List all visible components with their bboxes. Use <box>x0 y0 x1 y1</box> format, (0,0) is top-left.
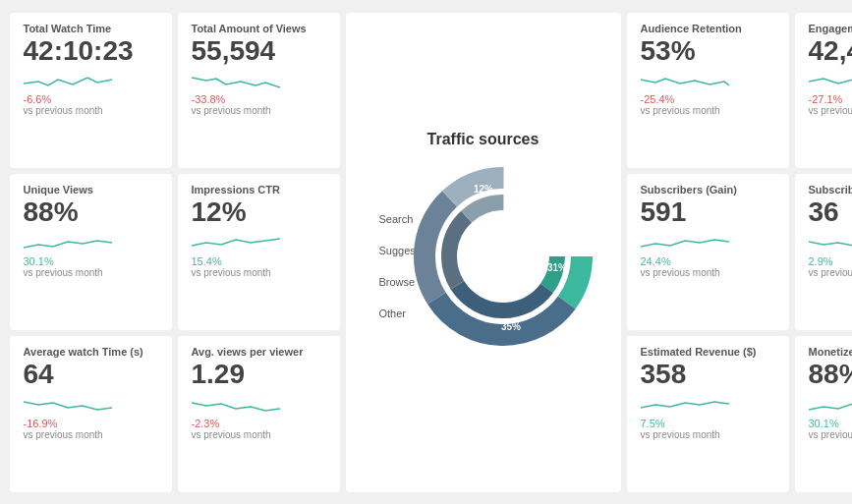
card-subscribers-lost: Subscribers (Lost) 36 2.9% vs previous m… <box>795 174 853 330</box>
card-impressions-ctr: Impressions CTR 12% 15.4% vs previous mo… <box>178 174 340 330</box>
card-value-avg-views: 1.29 <box>192 360 326 390</box>
card-title-views: Total Amount of Views <box>192 23 326 34</box>
card-monetized-playbacks: Monetized playbacks (%) 88% 30.1% vs pre… <box>795 336 853 492</box>
vs-label-views: vs previous month <box>192 105 326 116</box>
card-value-ctr: 12% <box>192 197 326 228</box>
card-title-watch-time: Total Watch Time <box>24 23 158 34</box>
sparkline-unique <box>24 232 112 253</box>
sparkline-views <box>192 70 280 91</box>
vs-label-revenue: vs previous month <box>641 429 775 440</box>
card-title-engagement: Engagement <box>809 23 853 34</box>
card-avg-views-per-viewer: Avg. views per viewer 1.29 -2.3% vs prev… <box>178 336 340 492</box>
svg-text:22%: 22% <box>540 213 559 224</box>
change-sub-lost: 2.9% <box>809 255 853 267</box>
card-estimated-revenue: Estimated Revenue ($) 358 7.5% vs previo… <box>627 336 789 492</box>
sparkline-avg-views <box>192 394 280 416</box>
change-retention: -25.4% <box>641 93 775 105</box>
vs-label-ctr: vs previous month <box>192 267 326 278</box>
card-value-avg-watch: 64 <box>24 360 158 390</box>
vs-label-playbacks: vs previous month <box>809 429 853 440</box>
card-title-avg-watch: Average watch Time (s) <box>24 346 158 358</box>
card-value-views: 55,594 <box>192 36 326 67</box>
svg-text:35%: 35% <box>500 321 520 332</box>
card-unique-views: Unique Views 88% 30.1% vs previous month <box>10 174 172 330</box>
change-engagement: -27.1% <box>809 93 853 105</box>
card-total-views: Total Amount of Views 55,594 -33.8% vs p… <box>178 13 340 169</box>
change-sub-gain: 24.4% <box>641 255 775 267</box>
change-views: -33.8% <box>192 93 326 105</box>
sparkline-playbacks <box>809 394 853 416</box>
change-unique: 30.1% <box>24 255 158 267</box>
donut-chart: 35% 31% 22% 12% <box>405 158 601 355</box>
change-watch-time: -6.6% <box>24 93 158 105</box>
card-total-watch-time: Total Watch Time 42:10:23 -6.6% vs previ… <box>10 13 172 169</box>
card-audience-retention: Audience Retention 53% -25.4% vs previou… <box>627 13 789 169</box>
svg-text:31%: 31% <box>546 262 566 273</box>
sparkline-ctr <box>192 232 280 253</box>
vs-label-unique: vs previous month <box>24 267 158 278</box>
card-value-revenue: 358 <box>641 360 775 390</box>
sparkline-retention <box>641 70 729 91</box>
card-title-avg-views: Avg. views per viewer <box>192 346 326 358</box>
vs-label-watch-time: vs previous month <box>24 105 158 116</box>
vs-label-engagement: vs previous month <box>809 105 853 116</box>
sparkline-revenue <box>641 394 729 416</box>
sparkline-sub-gain <box>641 232 729 253</box>
card-value-engagement: 42,419 <box>809 36 853 67</box>
change-ctr: 15.4% <box>192 255 326 267</box>
card-value-sub-gain: 591 <box>641 197 775 228</box>
dashboard: Total Watch Time 42:10:23 -6.6% vs previ… <box>4 7 849 498</box>
vs-label-avg-watch: vs previous month <box>24 429 158 440</box>
card-title-sub-gain: Subscribers (Gain) <box>641 184 775 196</box>
card-title-unique: Unique Views <box>24 184 158 196</box>
card-value-sub-lost: 36 <box>809 197 853 228</box>
vs-label-retention: vs previous month <box>641 105 775 116</box>
change-avg-views: -2.3% <box>192 418 326 429</box>
change-avg-watch: -16.9% <box>24 418 158 429</box>
traffic-sources-card: Traffic sources Search Suggested Browse … <box>346 13 621 492</box>
vs-label-avg-views: vs previous month <box>192 429 326 440</box>
sparkline-watch-time <box>24 70 112 91</box>
svg-point-8 <box>468 221 539 292</box>
card-subscribers-gain: Subscribers (Gain) 591 24.4% vs previous… <box>627 174 789 330</box>
card-engagement: Engagement 42,419 -27.1% vs previous mon… <box>795 13 853 169</box>
change-revenue: 7.5% <box>641 418 775 429</box>
card-value-playbacks: 88% <box>809 360 853 390</box>
sparkline-engagement <box>809 70 853 91</box>
change-playbacks: 30.1% <box>809 418 853 429</box>
sparkline-sub-lost <box>809 232 853 253</box>
svg-text:12%: 12% <box>473 184 492 195</box>
card-value-watch-time: 42:10:23 <box>24 36 158 67</box>
card-title-retention: Audience Retention <box>641 23 775 34</box>
card-title-ctr: Impressions CTR <box>192 184 326 196</box>
card-value-unique: 88% <box>24 197 158 228</box>
vs-label-sub-lost: vs previous month <box>809 267 853 278</box>
vs-label-sub-gain: vs previous month <box>641 267 775 278</box>
card-value-retention: 53% <box>641 36 775 67</box>
card-title-sub-lost: Subscribers (Lost) <box>809 184 853 196</box>
sparkline-avg-watch <box>24 394 112 416</box>
card-title-revenue: Estimated Revenue ($) <box>641 346 775 358</box>
card-avg-watch-time: Average watch Time (s) 64 -16.9% vs prev… <box>10 336 172 492</box>
card-title-playbacks: Monetized playbacks (%) <box>809 346 853 358</box>
traffic-title: Traffic sources <box>427 131 540 148</box>
